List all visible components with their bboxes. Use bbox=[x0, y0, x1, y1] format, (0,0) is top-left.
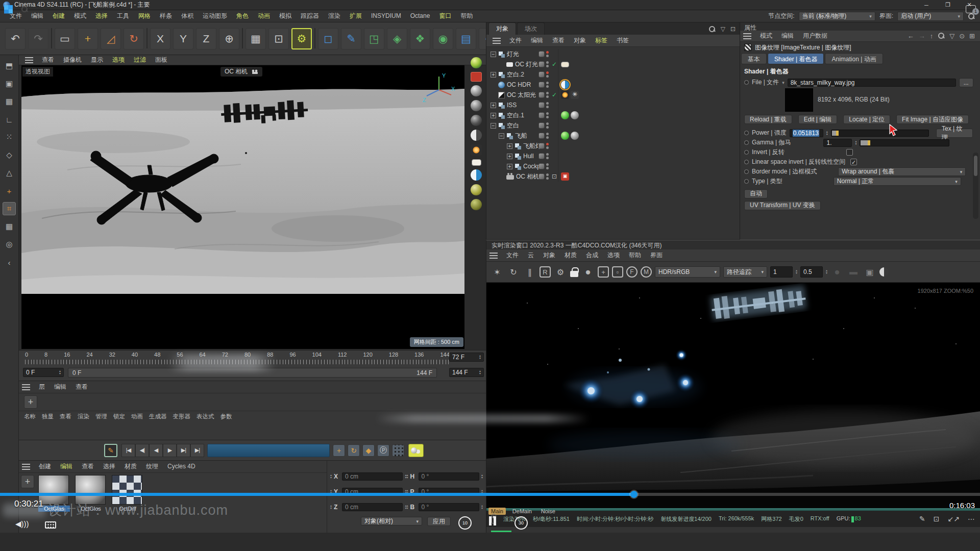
menu-item[interactable]: 动画 bbox=[253, 11, 275, 20]
power-spinner[interactable]: ▴▾ bbox=[826, 131, 828, 136]
menu-item[interactable]: 跟踪器 bbox=[296, 11, 324, 20]
pick-material-icon[interactable]: ● bbox=[581, 265, 595, 279]
pick-pencil-icon[interactable]: ✎ bbox=[919, 515, 925, 523]
visibility-dot[interactable] bbox=[546, 112, 549, 115]
screen-icon[interactable]: ⊡ bbox=[934, 515, 940, 523]
frame-tick-label[interactable]: 128 bbox=[389, 352, 398, 358]
search-icon[interactable] bbox=[938, 32, 945, 39]
object-name[interactable]: OC HDR bbox=[507, 81, 531, 88]
octane-render-canvas[interactable]: 1920x817 ZOOM:%50 bbox=[486, 283, 980, 508]
record-keyframe-button[interactable]: ✎ bbox=[104, 444, 117, 457]
visibility-dot[interactable] bbox=[546, 153, 549, 156]
frame-tick-label[interactable]: 32 bbox=[109, 352, 115, 358]
keyframe-parameter-icon[interactable]: Ⓟ bbox=[377, 444, 389, 457]
edit-state-toggle[interactable] bbox=[538, 153, 545, 159]
render-dot[interactable] bbox=[546, 146, 549, 149]
object-row[interactable]: + 空白.2 ✓ ⊡ bbox=[486, 69, 740, 80]
light-tag[interactable] bbox=[561, 62, 569, 67]
type-select[interactable]: Normal | 正常▾ bbox=[834, 177, 961, 186]
axis-y-button[interactable]: Y bbox=[173, 28, 193, 49]
menu-item[interactable]: 创建 bbox=[48, 11, 69, 20]
layer-column-header[interactable]: 参数 bbox=[220, 413, 232, 420]
green-tag[interactable] bbox=[561, 111, 569, 119]
object-row[interactable]: + Cockp ✓ ⊡ bbox=[486, 161, 740, 171]
object-row[interactable]: + Hull ✓ ⊡ bbox=[486, 151, 740, 161]
panel-icon[interactable]: ⊡ bbox=[730, 26, 736, 33]
quantize-icon[interactable]: ▦ bbox=[3, 220, 16, 233]
edit-state-toggle[interactable] bbox=[538, 163, 545, 169]
object-row[interactable]: + 空白.1 ✓ ⊡ bbox=[486, 110, 740, 120]
materials-menu-item[interactable]: 选择 bbox=[99, 462, 120, 471]
expand-toggle[interactable]: + bbox=[491, 72, 496, 78]
keyframe-rotation-icon[interactable]: ↻ bbox=[348, 444, 360, 457]
object-name[interactable]: OC 灯光 bbox=[515, 60, 538, 69]
forward-30-button[interactable]: 30 bbox=[514, 516, 528, 530]
material-thumbnail[interactable] bbox=[112, 475, 142, 505]
redo-icon[interactable]: ↷ bbox=[28, 28, 48, 49]
menu-item[interactable]: 模拟 bbox=[275, 11, 296, 20]
edit-state-toggle[interactable] bbox=[538, 82, 545, 88]
octane-kernel-icon[interactable]: ✶ bbox=[491, 265, 504, 279]
octane-diffuse-material-icon[interactable] bbox=[471, 85, 482, 96]
render-dot[interactable] bbox=[546, 95, 549, 98]
layers-burger-icon[interactable] bbox=[22, 384, 30, 390]
layer-column-header[interactable]: 锁定 bbox=[113, 413, 125, 420]
lock-resolution-icon[interactable] bbox=[570, 271, 578, 277]
visibility-dot[interactable] bbox=[546, 122, 549, 125]
frame-tick-label[interactable]: 96 bbox=[289, 352, 296, 358]
coordinate-field[interactable]: ▴▾P 0 ° ▴▾ bbox=[407, 484, 483, 499]
visibility-dot[interactable] bbox=[546, 102, 549, 105]
object-row[interactable]: OC HDR ✓ ⊡ bbox=[486, 80, 740, 90]
object-name[interactable]: ISS bbox=[507, 102, 517, 109]
layer-column-header[interactable]: 生成器 bbox=[149, 413, 167, 420]
om-menu-item[interactable]: 文件 bbox=[505, 36, 526, 45]
render-pass-tab[interactable]: DeMain bbox=[510, 508, 534, 515]
restart-render-icon[interactable]: ↻ bbox=[507, 265, 520, 279]
coordinate-value[interactable]: 0 cm bbox=[342, 503, 403, 511]
volume-icon[interactable]: ◀))) bbox=[15, 519, 29, 529]
video-progress-bar[interactable] bbox=[0, 493, 980, 496]
coordinate-field[interactable]: ▴▾Y 0 cm ▴▾ bbox=[330, 484, 407, 499]
object-row[interactable]: OC 太阳光 ✓ ⊡ ✳ bbox=[486, 90, 740, 100]
layer-column-header[interactable]: 表达式 bbox=[197, 413, 214, 420]
coordinate-field[interactable]: ▴▾Z 0 cm ▴▾ bbox=[330, 499, 407, 515]
menu-item[interactable]: 窗口 bbox=[434, 11, 456, 20]
object-name[interactable]: OC 相机 bbox=[516, 172, 539, 181]
preview-ball-icon[interactable]: ● bbox=[830, 265, 844, 279]
frame-tick-label[interactable]: 48 bbox=[154, 352, 160, 358]
material-picker-icon[interactable]: M bbox=[641, 266, 652, 278]
render-dot[interactable] bbox=[546, 177, 549, 180]
expand-toggle[interactable]: + bbox=[491, 103, 496, 108]
gray-tag[interactable] bbox=[571, 111, 579, 119]
octane-objects-icon[interactable] bbox=[471, 199, 482, 210]
om-menu-item[interactable]: 书签 bbox=[612, 36, 633, 45]
object-row[interactable]: OC 灯光 ✓ ⊡ bbox=[486, 59, 740, 69]
layers-menu-item[interactable]: 查看 bbox=[71, 382, 92, 391]
filter-icon[interactable]: ▽ bbox=[949, 32, 954, 40]
node-space-select[interactable]: 当前 (标准/物理)▾ bbox=[799, 12, 875, 21]
attribute-tab[interactable]: 基本 bbox=[741, 53, 767, 64]
render-pass-tab[interactable]: Noise bbox=[538, 508, 558, 515]
add-layer-button[interactable]: + bbox=[24, 395, 37, 409]
edge-mode-icon[interactable]: ◇ bbox=[3, 148, 16, 162]
spline-pen-icon[interactable]: ✎ bbox=[341, 28, 361, 49]
maximize-button[interactable]: ❐ bbox=[937, 0, 959, 10]
viewport-menu-item[interactable]: 过滤 bbox=[129, 55, 151, 64]
octane-mix-material-icon[interactable] bbox=[471, 130, 482, 141]
menu-item[interactable]: 工具 bbox=[112, 11, 134, 20]
materials-menu-item[interactable]: 查看 bbox=[77, 462, 99, 471]
star-tag[interactable]: ✳ bbox=[571, 91, 579, 99]
keyframe-scale-icon[interactable]: ◆ bbox=[362, 444, 375, 457]
render-settings-icon[interactable]: ⚙ bbox=[291, 28, 312, 49]
uv-transform-button[interactable]: UV Transform | UV 变换 bbox=[744, 201, 821, 210]
coordinate-value[interactable]: 0 cm bbox=[342, 472, 403, 481]
undo-icon[interactable]: ↶ bbox=[5, 28, 26, 49]
film-region-icon[interactable]: ▫ bbox=[612, 266, 623, 278]
layer-column-header[interactable]: 管理 bbox=[95, 413, 107, 420]
object-name[interactable]: 空白 bbox=[507, 121, 519, 130]
scale-tool-icon[interactable]: ◿ bbox=[101, 28, 121, 49]
om-menu-item[interactable]: 标签 bbox=[591, 36, 612, 45]
render-dot[interactable] bbox=[546, 136, 549, 139]
make-editable-icon[interactable]: ⬒ bbox=[3, 59, 16, 72]
octane-menu-item[interactable]: 界面 bbox=[646, 251, 667, 260]
